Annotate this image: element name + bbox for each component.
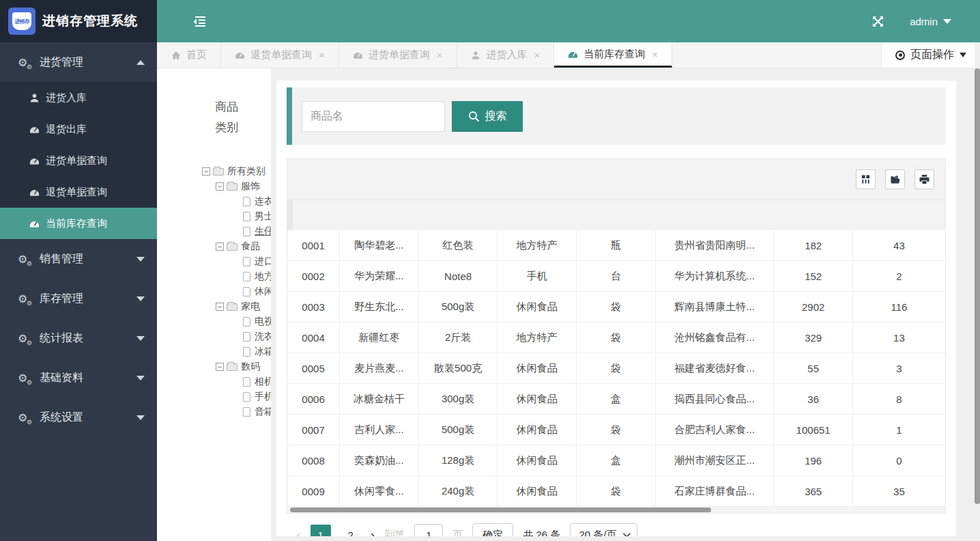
collapse-minus-icon[interactable]: [216, 182, 224, 191]
sidebar-menu-item[interactable]: ⚙⚙ 系统设置: [0, 398, 157, 437]
app-title: 进销存管理系统: [42, 12, 138, 30]
sidebar-menu-item[interactable]: ⚙⚙ 统计报表: [0, 318, 157, 358]
tree-node-label: 家电: [241, 301, 260, 313]
fullscreen-icon[interactable]: [872, 16, 884, 27]
tab[interactable]: 进货入库 ×: [457, 42, 555, 68]
page-number-2[interactable]: 2: [341, 525, 361, 536]
tree-node[interactable]: 相机: [157, 374, 271, 389]
table-row[interactable]: 0009 休闲零食... 240g装 休闲食品 袋 石家庄博群食品... 365…: [287, 476, 945, 507]
file-icon: [243, 377, 250, 387]
sidebar-subitem[interactable]: 当前库存查询: [0, 208, 157, 239]
table-row[interactable]: 0003 野生东北... 500g装 休闲食品 袋 辉南县博康土特... 290…: [287, 292, 945, 322]
tree-node[interactable]: 冰箱: [157, 344, 271, 359]
tree-node[interactable]: 手机: [157, 389, 271, 404]
tree-node[interactable]: 所有类别: [157, 164, 271, 179]
cell-stock-qty: 2902: [774, 292, 853, 322]
page-size-select[interactable]: 20 条/页: [570, 523, 637, 536]
table-row[interactable]: 0001 陶华碧老... 红色装 地方特产 瓶 贵州省贵阳南明... 182 4…: [287, 230, 945, 261]
sidebar-menu-item[interactable]: ⚙⚙ 销售管理: [0, 239, 157, 279]
tree-node-label: 数码: [241, 361, 260, 373]
vertical-scrollbar[interactable]: [975, 42, 980, 541]
cell-manufacturer: 石家庄博群食品...: [656, 476, 775, 507]
cell-stock-qty: 36: [774, 384, 853, 415]
user-icon: [471, 50, 481, 60]
tree-node[interactable]: 家电: [157, 299, 271, 314]
tree-node[interactable]: 电视机: [157, 314, 271, 329]
tree-node[interactable]: 休闲食品: [157, 284, 271, 299]
close-icon[interactable]: ×: [534, 49, 541, 61]
print-button[interactable]: [914, 169, 934, 189]
tree-node-label: 手机: [255, 391, 271, 403]
cell-sales-total: 8: [853, 384, 945, 415]
tree-node[interactable]: 洗衣机: [157, 329, 271, 344]
cell-manufacturer: 潮州市潮安区正...: [656, 445, 775, 476]
goto-page-input[interactable]: [414, 524, 443, 536]
tree-node[interactable]: 数码: [157, 359, 271, 374]
tree-node[interactable]: 食品: [157, 239, 271, 254]
table-row[interactable]: 0005 麦片燕麦... 散装500克 休闲食品 袋 福建省麦德好食... 55…: [287, 353, 945, 384]
sidebar-subitem[interactable]: 进货入库: [0, 82, 157, 113]
tree-node[interactable]: 男士西装: [157, 209, 271, 224]
table-row[interactable]: 0004 新疆红枣 2斤装 地方特产 袋 沧州铭鑫食品有... 329 13: [287, 322, 945, 353]
sidebar-collapse-icon[interactable]: [192, 16, 206, 27]
cell-sales-total: 1: [853, 415, 945, 445]
tree-node[interactable]: 连衣裙: [157, 194, 271, 209]
cell-product-model: 240g装: [419, 476, 498, 507]
table-row[interactable]: 0002 华为荣耀... Note8 手机 台 华为计算机系统... 152 2: [287, 261, 945, 292]
vertical-scrollbar-thumb[interactable]: [975, 68, 980, 504]
horizontal-scrollbar-thumb[interactable]: [290, 508, 711, 512]
panel-divider: [271, 68, 276, 541]
table-header-cell[interactable]: [292, 200, 293, 230]
sidebar-item-purchase-mgmt[interactable]: ⚙⚙ 进货管理: [0, 42, 157, 82]
search-button[interactable]: 搜索: [452, 101, 523, 132]
tree-node[interactable]: 生仔裤: [157, 224, 271, 239]
tab[interactable]: 首页 ×: [157, 42, 221, 68]
cell-sales-total: 3: [853, 353, 945, 384]
sidebar-menu-item[interactable]: ⚙⚙ 基础资料: [0, 358, 157, 398]
prev-page-button[interactable]: ‹: [296, 528, 301, 536]
table-row[interactable]: 0006 冰糖金桔干 300g装 休闲食品 盒 揭西县同心食品... 36 8: [287, 384, 945, 415]
sidebar-menu-item[interactable]: ⚙⚙ 库存管理: [0, 279, 157, 318]
app-logo-text: 进销存: [12, 12, 31, 30]
search-input[interactable]: [302, 101, 445, 132]
tab[interactable]: 进货单据查询 ×: [339, 42, 457, 68]
collapse-minus-icon[interactable]: [216, 242, 224, 251]
cell-manufacturer: 揭西县同心食品...: [656, 384, 775, 415]
dashboard-icon: [29, 124, 40, 135]
sidebar-item-label: 基础资料: [40, 371, 136, 385]
collapse-minus-icon[interactable]: [216, 363, 224, 371]
cell-unit: 袋: [577, 415, 656, 445]
sidebar-subitem[interactable]: 退货单据查询: [0, 176, 157, 208]
tab[interactable]: 当前库存查询 ×: [554, 42, 672, 68]
tree-node[interactable]: 进口食品: [157, 254, 271, 269]
tree-title-line2: 类别: [215, 117, 271, 138]
close-icon[interactable]: ×: [319, 49, 325, 61]
next-page-button[interactable]: ›: [371, 528, 375, 536]
sidebar-subitem[interactable]: 进货单据查询: [0, 145, 157, 176]
sidebar-subitem-label: 退货单据查询: [46, 186, 107, 199]
user-menu[interactable]: admin: [910, 16, 961, 27]
sidebar-item-label: 系统设置: [40, 411, 136, 425]
table-row[interactable]: 0007 吉利人家... 500g装 休闲食品 袋 合肥吉利人家食... 100…: [287, 415, 945, 445]
confirm-button[interactable]: 确定: [472, 523, 513, 536]
collapse-minus-icon[interactable]: [216, 303, 224, 311]
sidebar-subitem[interactable]: 退货出库: [0, 113, 157, 145]
page-unit-label: 页: [452, 529, 463, 537]
tree-node[interactable]: 服饰: [157, 179, 271, 194]
table-header-row: [287, 200, 945, 230]
collapse-minus-icon[interactable]: [202, 167, 210, 176]
horizontal-scrollbar[interactable]: [287, 507, 945, 513]
close-icon[interactable]: ×: [652, 48, 658, 60]
table-row[interactable]: 0008 奕森奶油... 128g装 休闲食品 盒 潮州市潮安区正... 196…: [287, 445, 945, 476]
tree-node[interactable]: 地方特产: [157, 269, 271, 284]
tab[interactable]: 退货单据查询 ×: [221, 42, 339, 68]
close-icon[interactable]: ×: [437, 49, 443, 61]
page-number-1[interactable]: 1: [311, 525, 331, 536]
cell-product-model: 128g装: [419, 445, 498, 476]
export-button[interactable]: [885, 169, 905, 189]
page-actions-button[interactable]: 页面操作: [881, 42, 980, 68]
tree-node[interactable]: 音箱: [157, 404, 271, 419]
cogs-icon: ⚙⚙: [18, 372, 33, 385]
file-icon: [243, 197, 250, 206]
columns-toggle-button[interactable]: [856, 169, 876, 189]
